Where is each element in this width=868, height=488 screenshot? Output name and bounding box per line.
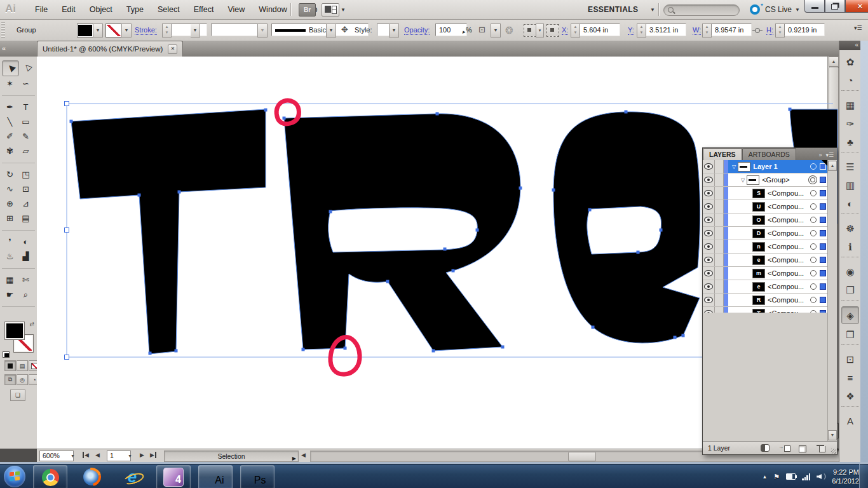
menu-object[interactable]: Object: [83, 0, 119, 19]
eye-icon[interactable]: [704, 190, 713, 196]
start-button[interactable]: [4, 466, 25, 487]
swap-fill-stroke-icon[interactable]: ⇄: [29, 321, 34, 327]
y-transform-link[interactable]: Y:: [628, 26, 634, 35]
panel-symbols-button[interactable]: ♣: [842, 133, 858, 150]
w-transform-link[interactable]: W:: [693, 26, 701, 35]
new-layer-button[interactable]: [799, 444, 809, 452]
target-circle-icon[interactable]: [810, 243, 817, 250]
panel-stroke-button[interactable]: ☰: [842, 158, 858, 175]
type-tool[interactable]: T: [18, 100, 34, 114]
visibility-cell[interactable]: [703, 280, 715, 293]
layers-scroll-down-icon[interactable]: ▼: [828, 430, 837, 440]
h-value[interactable]: 0.9219 in: [784, 24, 825, 36]
variable-width-profile[interactable]: [211, 24, 258, 36]
previous-artboard-icon[interactable]: ◀: [95, 452, 100, 458]
layer-thumbnail[interactable]: e: [752, 255, 765, 265]
direct-selection-tool[interactable]: ▷: [19, 60, 35, 75]
lock-cell[interactable]: [715, 200, 724, 213]
target-circle-icon[interactable]: [810, 257, 817, 263]
volume-icon[interactable]: [817, 473, 825, 480]
visibility-cell[interactable]: [703, 240, 715, 253]
layer-row-main[interactable]: D<Compou...: [728, 227, 828, 240]
layer-thumbnail[interactable]: S: [752, 189, 765, 198]
align-dropdown-icon[interactable]: ▾: [536, 24, 544, 37]
layer-name[interactable]: <Compou...: [768, 283, 804, 290]
hand-tool[interactable]: ☛: [2, 287, 18, 302]
expand-triangle-icon[interactable]: ▽: [741, 177, 745, 183]
slice-tool[interactable]: ✄: [18, 273, 34, 287]
constrain-proportions-icon[interactable]: [752, 28, 763, 33]
panel-brushes-button[interactable]: ✑: [842, 115, 858, 132]
x-stepper[interactable]: ▲▼: [571, 24, 580, 37]
dock-collapse-icon[interactable]: «: [839, 41, 861, 50]
eraser-tool[interactable]: ▱: [18, 144, 34, 158]
color-button[interactable]: [4, 360, 16, 371]
lock-cell[interactable]: [715, 187, 724, 200]
panel-navigator-button[interactable]: ☸: [842, 220, 858, 236]
layer-row-main[interactable]: m<Compou...: [728, 267, 828, 280]
layer-name[interactable]: <Compou...: [768, 296, 804, 304]
layer-row[interactable]: e<Compou...: [703, 254, 828, 267]
layer-name[interactable]: <Compou...: [768, 243, 804, 250]
horizontal-scroll-thumb[interactable]: [568, 452, 596, 461]
workspace-dropdown-icon[interactable]: ▼: [650, 7, 655, 13]
visibility-cell[interactable]: [703, 200, 715, 213]
perspective-grid-tool[interactable]: ⊿: [18, 196, 34, 211]
zoom-tool[interactable]: ⌕: [18, 287, 34, 302]
pencil-tool[interactable]: ✎: [18, 129, 34, 144]
panel-graphic-styles-button[interactable]: ❐: [842, 281, 858, 298]
menu-effect[interactable]: Effect: [187, 0, 221, 19]
lock-cell[interactable]: [715, 227, 724, 240]
free-transform-tool[interactable]: ⊡: [18, 182, 34, 196]
panel-color-guide-button[interactable]: ◔: [842, 72, 858, 88]
target-circle-icon[interactable]: [810, 297, 817, 303]
visibility-cell[interactable]: [703, 173, 715, 186]
w-stepper[interactable]: ▲▼: [702, 24, 712, 37]
target-circle-icon[interactable]: [810, 163, 817, 170]
selection-square-icon[interactable]: [820, 270, 826, 276]
shape-builder-tool[interactable]: ⊕: [2, 196, 18, 211]
stroke-panel-link[interactable]: Stroke:: [135, 26, 157, 35]
layer-name[interactable]: <Compou...: [768, 229, 804, 237]
layer-row[interactable]: ▽Layer 1: [703, 160, 828, 173]
panel-pathfinder-button[interactable]: ❖: [842, 388, 858, 404]
layer-row-main[interactable]: R<Compou...: [728, 294, 828, 306]
stroke-weight-dropdown-icon[interactable]: ▼: [191, 24, 200, 37]
column-graph-tool[interactable]: ▟: [18, 249, 34, 264]
panel-menu-icon[interactable]: ▾☰: [825, 152, 834, 158]
layer-name[interactable]: Layer 1: [753, 163, 778, 170]
layer-row-main[interactable]: e<Compou...: [728, 254, 828, 266]
eye-icon[interactable]: [704, 163, 713, 170]
layer-row[interactable]: O<Compou...: [703, 214, 828, 227]
lock-cell[interactable]: [715, 214, 724, 226]
show-desktop-button[interactable]: [859, 464, 868, 488]
panel-color-button[interactable]: ✿: [842, 53, 858, 70]
visibility-cell[interactable]: [703, 294, 715, 306]
restore-button[interactable]: [825, 0, 845, 13]
toolbar-collapse-icon[interactable]: «: [2, 44, 6, 52]
selection-square-icon[interactable]: [820, 203, 826, 210]
delete-layer-button[interactable]: [818, 444, 828, 452]
scroll-up-icon[interactable]: ▲: [829, 57, 839, 67]
isolate-selection-icon[interactable]: ⊡: [478, 25, 485, 34]
layer-thumbnail[interactable]: O: [752, 215, 765, 225]
width-tool[interactable]: ∿: [2, 182, 18, 196]
layer-thumbnail[interactable]: D: [752, 229, 765, 238]
target-circle-icon[interactable]: [810, 217, 817, 223]
layer-row-main[interactable]: n<Compou...: [728, 240, 828, 253]
visibility-cell[interactable]: [703, 187, 715, 200]
y-value[interactable]: 3.5121 in: [646, 24, 686, 36]
battery-icon[interactable]: [786, 473, 796, 480]
action-center-icon[interactable]: ⚑: [773, 473, 780, 481]
pen-tool[interactable]: ✒: [2, 100, 18, 114]
lock-cell[interactable]: [715, 160, 724, 173]
layer-thumbnail[interactable]: [738, 162, 750, 172]
visibility-cell[interactable]: [703, 227, 715, 240]
lock-cell[interactable]: [715, 254, 724, 266]
layer-thumbnail[interactable]: U: [752, 202, 765, 212]
rotate-tool[interactable]: ↻: [2, 167, 18, 182]
layer-row[interactable]: U<Compou...: [703, 200, 828, 214]
stroke-weight-value[interactable]: [171, 24, 207, 36]
artboard-tool[interactable]: ▦: [2, 273, 18, 287]
selection-square-icon[interactable]: [820, 297, 826, 303]
